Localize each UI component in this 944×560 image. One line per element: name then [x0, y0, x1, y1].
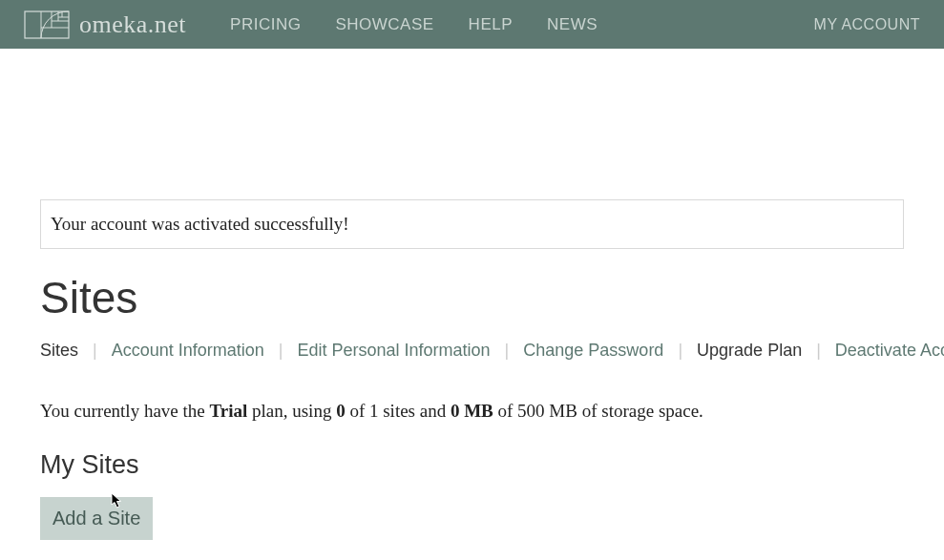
- logo[interactable]: omeka.net: [24, 10, 186, 39]
- account-tabs: Sites | Account Information | Edit Perso…: [40, 341, 904, 361]
- tab-sites[interactable]: Sites: [40, 341, 78, 361]
- tab-change-password[interactable]: Change Password: [523, 341, 663, 361]
- plan-sites-used: 0: [336, 401, 346, 421]
- tab-edit-personal[interactable]: Edit Personal Information: [298, 341, 491, 361]
- my-account-link[interactable]: MY ACCOUNT: [814, 16, 920, 33]
- my-sites-heading: My Sites: [40, 450, 904, 480]
- tab-separator: |: [678, 341, 682, 361]
- success-notice: Your account was activated successfully!: [40, 199, 904, 249]
- nav-news[interactable]: NEWS: [530, 15, 615, 34]
- nav-pricing[interactable]: PRICING: [213, 15, 318, 34]
- nav-help[interactable]: HELP: [451, 15, 530, 34]
- add-site-button[interactable]: Add a Site: [40, 497, 153, 540]
- plan-name: Trial: [209, 401, 247, 421]
- plan-info-text: You currently have the Trial plan, using…: [40, 401, 904, 422]
- page-title: Sites: [40, 272, 904, 323]
- tab-separator: |: [93, 341, 97, 361]
- tab-account-info[interactable]: Account Information: [112, 341, 264, 361]
- tab-separator: |: [279, 341, 283, 361]
- plan-suffix: of 500 MB of storage space.: [493, 401, 703, 421]
- main-content: Your account was activated successfully!…: [0, 199, 944, 540]
- tab-upgrade-plan[interactable]: Upgrade Plan: [697, 341, 802, 361]
- plan-mid2: of 1 sites and: [346, 401, 451, 421]
- top-header: omeka.net PRICING SHOWCASE HELP NEWS MY …: [0, 0, 944, 49]
- plan-storage-used: 0 MB: [451, 401, 493, 421]
- main-nav: PRICING SHOWCASE HELP NEWS: [213, 15, 814, 34]
- logo-text: omeka.net: [79, 10, 186, 39]
- plan-mid1: plan, using: [247, 401, 336, 421]
- plan-prefix: You currently have the: [40, 401, 209, 421]
- omeka-logo-icon: [24, 10, 70, 39]
- tab-deactivate[interactable]: Deactivate Account: [835, 341, 944, 361]
- nav-showcase[interactable]: SHOWCASE: [318, 15, 451, 34]
- tab-separator: |: [505, 341, 510, 361]
- tab-separator: |: [816, 341, 821, 361]
